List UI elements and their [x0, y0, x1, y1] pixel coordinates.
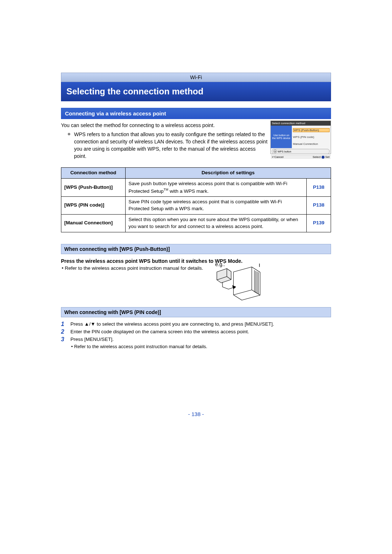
- table-row: [WPS (PIN code)] Save PIN code type wire…: [61, 196, 331, 214]
- dpad-icon: [322, 156, 324, 159]
- ui-thumb-option-selected: WPS (Push-Button): [293, 128, 330, 132]
- section-subtitle: Connecting via a wireless access point: [61, 108, 331, 119]
- push-button-bullet: Refer to the wireless access point instr…: [61, 265, 331, 271]
- connection-methods-table: Connection method Description of setting…: [61, 167, 331, 232]
- method-name: [WPS (Push-Button)]: [61, 178, 126, 196]
- ui-thumb-cancel: Cancel: [272, 155, 283, 159]
- push-button-heading: When connecting with [WPS (Push-Button)]: [61, 244, 331, 254]
- footnote-marker-icon: [61, 131, 70, 160]
- method-desc: Save PIN code type wireless access point…: [126, 196, 307, 214]
- pin-code-heading: When connecting with [WPS (PIN code)]: [61, 307, 331, 317]
- step-item: Enter the PIN code displayed on the came…: [61, 329, 331, 335]
- step-item: Press [MENU/SET].: [61, 336, 331, 343]
- ui-thumb-wps-button: w WPS button: [272, 149, 330, 154]
- ui-thumb-title: Select connection method: [271, 121, 331, 126]
- method-desc: Select this option when you are not sure…: [126, 214, 307, 232]
- pin-sub-bullet: Refer to the wireless access point instr…: [70, 344, 331, 349]
- page-ref-link[interactable]: P139: [307, 214, 331, 232]
- page-number: - 138 -: [61, 411, 331, 417]
- method-desc: Save push button type wireless access po…: [126, 178, 307, 196]
- step-item: Press ▲/▼ to select the wireless access …: [61, 321, 331, 328]
- ui-thumb-option: Manual Connection: [293, 142, 330, 146]
- table-row: [WPS (Push-Button)] Save push button typ…: [61, 178, 331, 196]
- table-head-method: Connection method: [61, 167, 126, 178]
- table-head-desc: Description of settings: [126, 167, 331, 178]
- wps-circle-icon: w: [273, 150, 277, 153]
- table-row: [Manual Connection] Select this option w…: [61, 214, 331, 232]
- chapter-header: Wi-Fi: [61, 73, 331, 82]
- page-ref-link[interactable]: P138: [307, 196, 331, 214]
- updown-icon: ▲/▼: [84, 321, 95, 327]
- ui-thumb-left-panel: Use button on the WPS device: [271, 126, 292, 148]
- method-name: [WPS (PIN code)]: [61, 196, 126, 214]
- ui-screenshot-thumb: Select connection method Use button on t…: [270, 121, 331, 154]
- tm-symbol: TM: [164, 188, 168, 191]
- page-title: Selecting the connection method: [61, 82, 331, 101]
- method-name: [Manual Connection]: [61, 214, 126, 232]
- page-ref-link[interactable]: P138: [307, 178, 331, 196]
- ui-thumb-select: Select Set: [313, 155, 330, 159]
- pin-code-steps: Press ▲/▼ to select the wireless access …: [61, 321, 331, 343]
- ui-thumb-option: WPS (PIN code): [293, 135, 330, 139]
- router-illustration: [214, 264, 263, 304]
